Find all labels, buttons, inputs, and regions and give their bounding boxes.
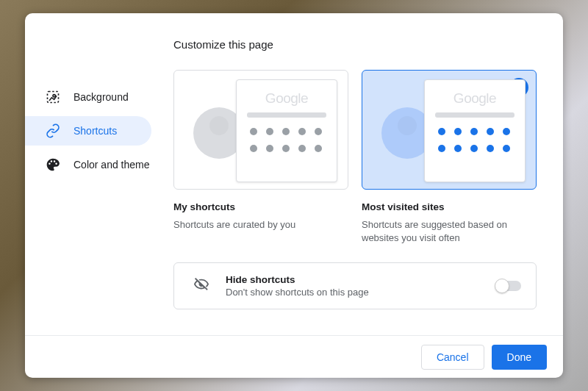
mini-browser-preview: Google (424, 79, 526, 182)
palette-icon (46, 157, 60, 172)
cancel-button[interactable]: Cancel (421, 345, 484, 370)
google-logo: Google (244, 90, 329, 107)
hide-desc: Don't show shortcuts on this page (226, 287, 496, 298)
shortcut-dots (244, 128, 329, 152)
option-most-visited-preview[interactable]: ✓ Google (362, 70, 537, 190)
dialog-footer: Cancel Done (25, 335, 563, 378)
option-desc: Shortcuts are curated by you (173, 218, 348, 232)
search-bar-preview (435, 112, 514, 118)
sidebar-item-label: Background (74, 91, 129, 103)
hide-text: Hide shortcuts Don't show shortcuts on t… (226, 274, 496, 298)
shortcut-dots (432, 128, 517, 152)
link-icon (46, 123, 60, 138)
done-button[interactable]: Done (492, 345, 547, 370)
google-logo: Google (432, 90, 517, 107)
hide-shortcuts-row: Hide shortcuts Don't show shortcuts on t… (173, 262, 537, 309)
sidebar-item-shortcuts[interactable]: Shortcuts (25, 116, 151, 146)
customize-dialog: Background Shortcuts Color and theme Cus… (25, 13, 563, 378)
shortcut-options: Google My shortcuts Shortcuts are curate… (173, 70, 537, 245)
option-my-shortcuts-preview[interactable]: Google (173, 70, 348, 190)
page-title: Customize this page (173, 38, 537, 51)
sidebar-item-label: Color and theme (74, 159, 150, 171)
sidebar-item-label: Shortcuts (74, 125, 117, 137)
visibility-off-icon (193, 276, 209, 295)
option-most-visited: ✓ Google Most visited sites Shortcuts (362, 70, 537, 245)
sidebar: Background Shortcuts Color and theme (25, 13, 151, 335)
search-bar-preview (247, 112, 326, 118)
hide-title: Hide shortcuts (226, 274, 496, 285)
option-desc: Shortcuts are suggested based on website… (362, 218, 537, 245)
hide-shortcuts-toggle[interactable] (496, 281, 521, 291)
sidebar-item-background[interactable]: Background (25, 82, 151, 112)
background-icon (46, 90, 60, 104)
sidebar-item-color-theme[interactable]: Color and theme (25, 150, 151, 179)
option-title: My shortcuts (173, 201, 348, 212)
option-title: Most visited sites (362, 201, 537, 212)
mini-browser-preview: Google (236, 79, 337, 182)
dialog-body: Background Shortcuts Color and theme Cus… (25, 13, 563, 335)
option-my-shortcuts: Google My shortcuts Shortcuts are curate… (173, 70, 348, 245)
main-panel: Customize this page Google (151, 13, 563, 335)
svg-point-1 (53, 95, 55, 97)
